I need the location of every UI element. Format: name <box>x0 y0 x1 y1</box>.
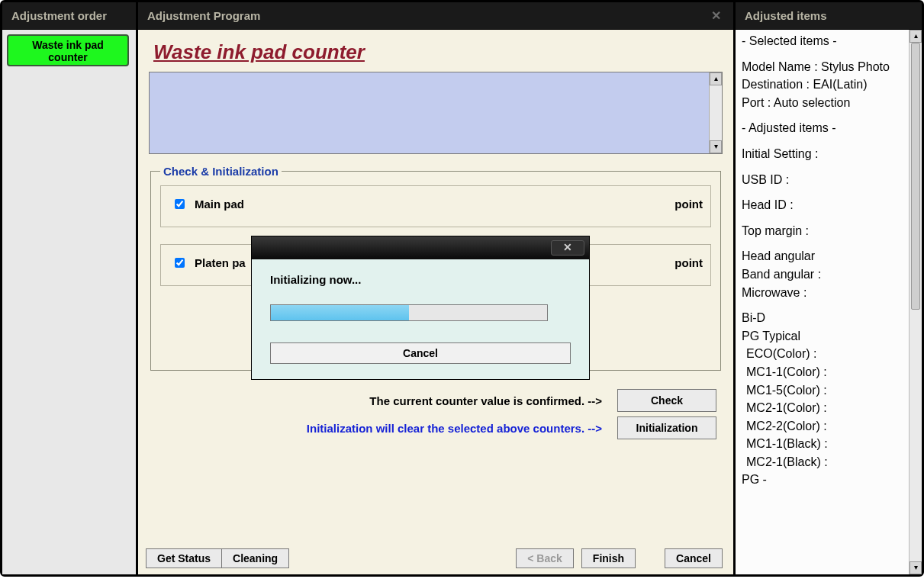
scroll-down-icon[interactable]: ▾ <box>710 140 722 153</box>
initial-setting-line: Initial Setting : <box>742 146 917 162</box>
mc1-5-color-line: MC1-5(Color) : <box>742 382 917 399</box>
mc2-1-color-line: MC2-1(Color) : <box>742 400 917 416</box>
head-id-line: Head ID : <box>742 197 917 214</box>
cleaning-button[interactable]: Cleaning <box>221 548 289 568</box>
dialog-close-button[interactable]: ✕ <box>551 240 584 256</box>
usb-id-line: USB ID : <box>742 172 917 188</box>
platen-pad-option[interactable]: Platen pa <box>172 256 246 270</box>
dialog-titlebar[interactable]: ✕ <box>252 236 589 259</box>
main-pad-label: Main pad <box>195 198 244 211</box>
initialization-button[interactable]: Initialization <box>617 416 716 439</box>
dialog-cancel-button[interactable]: Cancel <box>270 342 571 364</box>
scroll-up-icon[interactable]: ▴ <box>910 30 922 43</box>
progress-fill <box>271 305 409 320</box>
action-area: The current counter value is confirmed. … <box>149 389 723 439</box>
pg-typical-line: PG Typical <box>742 328 917 345</box>
confirm-counter-text: The current counter value is confirmed. … <box>369 394 602 407</box>
page-title: Waste ink pad counter <box>153 40 723 64</box>
mc1-1-color-line: MC1-1(Color) : <box>742 364 917 381</box>
bi-d-line: Bi-D <box>742 310 917 326</box>
log-textarea[interactable]: ▴ ▾ <box>149 72 723 154</box>
check-init-legend: Check & Initialization <box>160 165 282 178</box>
finish-button[interactable]: Finish <box>581 548 636 568</box>
platen-pad-checkbox[interactable] <box>175 258 185 268</box>
adjusted-items-title: Adjusted items <box>736 2 922 30</box>
progress-dialog: ✕ Initializing now... Cancel <box>251 236 590 380</box>
platen-pad-point-label: point <box>674 256 703 269</box>
port-line: Port : Auto selection <box>742 95 917 111</box>
adjusted-items-scrollbar[interactable]: ▴ ▾ <box>909 30 922 574</box>
adjustment-order-title-text: Adjustment order <box>11 9 107 22</box>
progress-bar <box>270 304 548 321</box>
adjustment-program-title-text: Adjustment Program <box>147 9 260 22</box>
adjustment-program-titlebar: Adjustment Program ✕ <box>138 2 733 30</box>
microwave-line: Microwave : <box>742 285 917 301</box>
adjustment-order-title: Adjustment order <box>2 2 136 30</box>
adjusted-items-header: - Adjusted items - <box>742 120 917 137</box>
bottom-button-bar: Get Status Cleaning < Back Finish Cancel <box>146 548 726 568</box>
main-pad-row: Main pad point <box>160 185 711 227</box>
adjustment-order-panel: Adjustment order Waste ink pad counter <box>2 2 138 574</box>
main-pad-point-label: point <box>674 198 703 211</box>
top-margin-line: Top margin : <box>742 223 917 240</box>
eco-color-line: ECO(Color) : <box>742 346 917 362</box>
back-button: < Back <box>516 548 574 568</box>
platen-pad-label: Platen pa <box>195 256 246 269</box>
waste-ink-pad-counter-button[interactable]: Waste ink pad counter <box>7 34 129 66</box>
initialization-help-text: Initialization will clear the selected a… <box>307 422 602 435</box>
head-angular-line: Head angular <box>742 248 917 265</box>
log-scrollbar[interactable]: ▴ ▾ <box>709 72 722 153</box>
adjustment-program-panel: Adjustment Program ✕ Waste ink pad count… <box>138 2 736 574</box>
main-pad-checkbox[interactable] <box>175 199 185 209</box>
model-name-line: Model Name : Stylus Photo <box>742 59 917 76</box>
cancel-button[interactable]: Cancel <box>665 548 723 568</box>
destination-line: Destination : EAI(Latin) <box>742 76 917 93</box>
close-icon[interactable]: ✕ <box>708 8 724 23</box>
pg-line: PG - <box>742 471 917 488</box>
band-angular-line: Band angular : <box>742 266 917 283</box>
adjusted-items-panel: Adjusted items - Selected items - Model … <box>736 2 922 574</box>
adjusted-items-title-text: Adjusted items <box>745 9 827 22</box>
mc1-1-black-line: MC1-1(Black) : <box>742 436 917 452</box>
dialog-message: Initializing now... <box>270 273 571 286</box>
scrollbar-thumb[interactable] <box>911 43 920 310</box>
scroll-up-icon[interactable]: ▴ <box>710 72 722 85</box>
main-pad-option[interactable]: Main pad <box>172 197 244 211</box>
check-button[interactable]: Check <box>617 389 716 412</box>
adjusted-items-list: - Selected items - Model Name : Stylus P… <box>742 33 917 488</box>
selected-items-header: - Selected items - <box>742 33 917 50</box>
mc2-1-black-line: MC2-1(Black) : <box>742 454 917 471</box>
mc2-2-color-line: MC2-2(Color) : <box>742 418 917 435</box>
get-status-button[interactable]: Get Status <box>146 548 221 568</box>
scroll-down-icon[interactable]: ▾ <box>910 561 922 574</box>
